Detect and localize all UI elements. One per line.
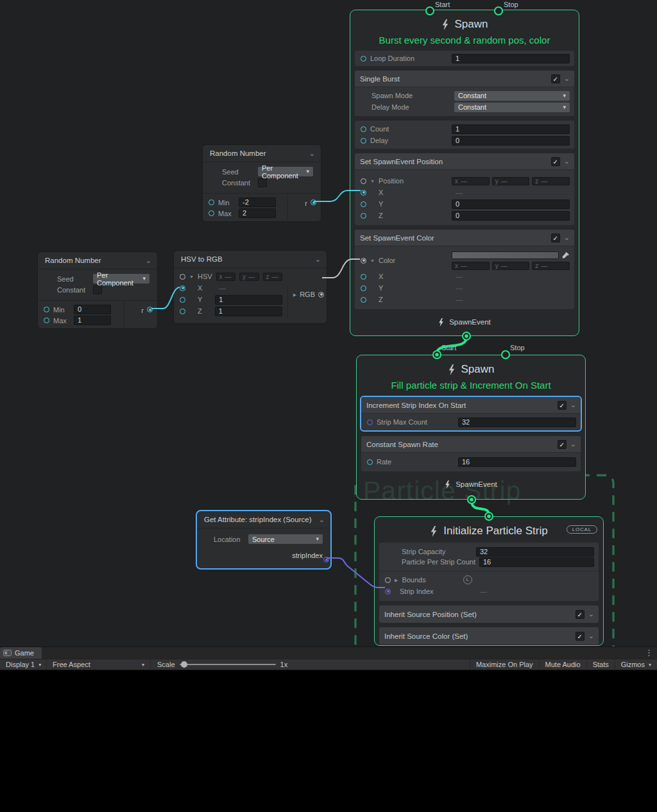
local-space-badge[interactable]: LOCAL <box>567 525 597 534</box>
spawn2-stop-port[interactable] <box>501 350 510 359</box>
hsv-y-port[interactable] <box>180 297 185 303</box>
kebab-menu-icon[interactable]: ⋮ <box>645 648 653 657</box>
hsv-port[interactable] <box>180 274 185 280</box>
min-field[interactable]: 0 <box>74 305 111 314</box>
inherit-position-checkbox[interactable]: ✓ <box>576 610 584 619</box>
set-spawnevent-position-block[interactable]: Set SpawnEvent Position ✓ ⌄ ▼ Position x… <box>355 153 574 225</box>
random2-output-port[interactable] <box>147 307 153 312</box>
position-z-port[interactable] <box>361 213 366 219</box>
seed-dropdown[interactable]: Per Component▾ <box>258 167 313 176</box>
max-port[interactable] <box>209 210 214 216</box>
single-burst-block[interactable]: Single Burst ✓ ⌄ Spawn Mode Constant▾ De… <box>355 71 574 116</box>
inherit-color-chevron-icon[interactable]: ⌄ <box>588 632 594 639</box>
set-position-collapse-chevron-icon[interactable]: ⌄ <box>564 158 570 165</box>
random1-collapse-chevron-icon[interactable]: ⌄ <box>309 150 315 157</box>
particle-per-strip-field[interactable]: 16 <box>479 557 594 567</box>
random-number-1-node[interactable]: Random Number ⌄ Seed Per Component▾ Cons… <box>202 144 321 222</box>
loop-duration-field[interactable]: 1 <box>452 54 570 63</box>
color-port[interactable] <box>361 258 366 264</box>
strip-capacity-field[interactable]: 32 <box>476 547 594 557</box>
scale-slider-knob[interactable] <box>181 661 187 668</box>
spawn1-stop-port[interactable] <box>494 6 503 15</box>
set-color-collapse-chevron-icon[interactable]: ⌄ <box>564 234 570 241</box>
position-y-port[interactable] <box>361 201 366 207</box>
maximize-on-play-button[interactable]: Maximize On Play <box>470 659 539 670</box>
min-port[interactable] <box>209 199 214 205</box>
spawn1-context-node[interactable]: Spawn Burst every second & random pos, c… <box>350 10 579 336</box>
rate-field[interactable]: 16 <box>458 457 576 467</box>
count-port[interactable] <box>361 126 366 132</box>
color-z-port[interactable] <box>361 297 366 303</box>
seed-dropdown[interactable]: Per Component▾ <box>93 274 149 283</box>
set-position-enabled-checkbox[interactable]: ✓ <box>551 157 560 166</box>
rgb-output-port[interactable] <box>318 292 324 298</box>
position-y-minifield[interactable]: y— <box>492 177 530 185</box>
particle-strip-system-label[interactable]: Particle Strip <box>363 476 521 506</box>
hsv-to-rgb-node[interactable]: HSV to RGB ⌄ ▼ HSV x— y— z— X — <box>173 250 327 324</box>
strip-max-count-port[interactable] <box>367 419 373 425</box>
increment-strip-index-block[interactable]: Increment Strip Index On Start ✓ ⌄ Strip… <box>360 396 582 432</box>
min-field[interactable]: -2 <box>239 198 276 207</box>
hsv-z-port[interactable] <box>180 309 185 314</box>
position-x-minifield[interactable]: x— <box>452 177 490 185</box>
strip-max-count-field[interactable]: 32 <box>458 418 576 427</box>
random1-output-port[interactable] <box>311 199 316 205</box>
min-port[interactable] <box>44 307 49 312</box>
delay-field[interactable]: 0 <box>452 136 570 146</box>
max-field[interactable]: 2 <box>239 208 276 218</box>
position-foldout-icon[interactable]: ▼ <box>370 179 375 183</box>
color-swatch-field[interactable] <box>452 251 559 259</box>
position-port[interactable] <box>361 178 366 184</box>
position-z-minifield[interactable]: z— <box>532 177 570 185</box>
hsv-z-field[interactable]: 1 <box>215 307 282 316</box>
tab-game[interactable]: Game <box>0 647 42 659</box>
rate-collapse-chevron-icon[interactable]: ⌄ <box>570 441 576 448</box>
rate-port[interactable] <box>367 459 373 465</box>
eyedropper-icon[interactable] <box>561 251 570 260</box>
spawn1-start-port[interactable] <box>425 6 434 15</box>
inherit-position-chevron-icon[interactable]: ⌄ <box>588 611 594 618</box>
location-dropdown[interactable]: Source▾ <box>248 534 323 544</box>
loop-duration-port[interactable] <box>361 56 366 62</box>
max-port[interactable] <box>44 317 49 323</box>
get-attribute-collapse-chevron-icon[interactable]: ⌄ <box>319 516 325 523</box>
bounds-foldout-icon[interactable]: ▶ <box>395 578 398 582</box>
strip-index-output-port[interactable] <box>323 557 329 562</box>
color-foldout-icon[interactable]: ▼ <box>370 258 375 263</box>
color-y-port[interactable] <box>361 285 366 291</box>
gizmos-dropdown[interactable]: Gizmos▾ <box>615 659 657 670</box>
get-attribute-node[interactable]: Get Attribute: stripIndex (Source) ⌄ Loc… <box>196 510 332 570</box>
aspect-ratio-dropdown[interactable]: Free Aspect▾ <box>47 659 151 670</box>
hsv-y-field[interactable]: 1 <box>215 295 282 305</box>
single-burst-enabled-checkbox[interactable]: ✓ <box>551 74 560 83</box>
increment-enabled-checkbox[interactable]: ✓ <box>558 401 567 410</box>
random-number-2-node[interactable]: Random Number ⌄ Seed Per Component▾ Cons… <box>37 251 158 329</box>
inherit-source-position-block[interactable]: Inherit Source Position (Set) ✓ ⌄ <box>379 605 599 623</box>
position-x-port[interactable] <box>361 190 366 196</box>
rate-enabled-checkbox[interactable]: ✓ <box>558 440 567 449</box>
inherit-color-checkbox[interactable]: ✓ <box>576 632 584 641</box>
constant-checkbox[interactable] <box>93 285 102 294</box>
mute-audio-button[interactable]: Mute Audio <box>539 659 586 670</box>
inherit-source-color-block[interactable]: Inherit Source Color (Set) ✓ ⌄ <box>379 627 599 645</box>
stats-button[interactable]: Stats <box>586 659 615 670</box>
single-burst-collapse-chevron-icon[interactable]: ⌄ <box>564 75 570 82</box>
color-x-port[interactable] <box>361 274 366 280</box>
random2-collapse-chevron-icon[interactable]: ⌄ <box>146 257 151 264</box>
scale-slider[interactable] <box>180 664 276 665</box>
delay-mode-dropdown[interactable]: Constant▾ <box>454 103 570 112</box>
hsv-collapse-chevron-icon[interactable]: ⌄ <box>315 256 321 263</box>
count-field[interactable]: 1 <box>452 124 570 134</box>
strip-index-port[interactable] <box>385 589 391 595</box>
set-color-enabled-checkbox[interactable]: ✓ <box>551 233 560 242</box>
delay-port[interactable] <box>361 138 366 144</box>
max-field[interactable]: 1 <box>74 316 111 325</box>
display-dropdown[interactable]: Display 1▾ <box>0 659 47 670</box>
vfx-graph-canvas[interactable]: Start Stop Spawn Burst every second & ra… <box>0 0 657 647</box>
constant-checkbox[interactable] <box>258 178 267 187</box>
hsv-x-port[interactable] <box>180 285 185 291</box>
initialize-particle-strip-node[interactable]: Initialize Particle Strip LOCAL Strip Ca… <box>374 516 604 646</box>
spawn-mode-dropdown[interactable]: Constant▾ <box>454 91 570 101</box>
position-z-field[interactable]: 0 <box>452 211 570 221</box>
set-spawnevent-color-block[interactable]: Set SpawnEvent Color ✓ ⌄ ▼ Color x— <box>355 230 574 309</box>
